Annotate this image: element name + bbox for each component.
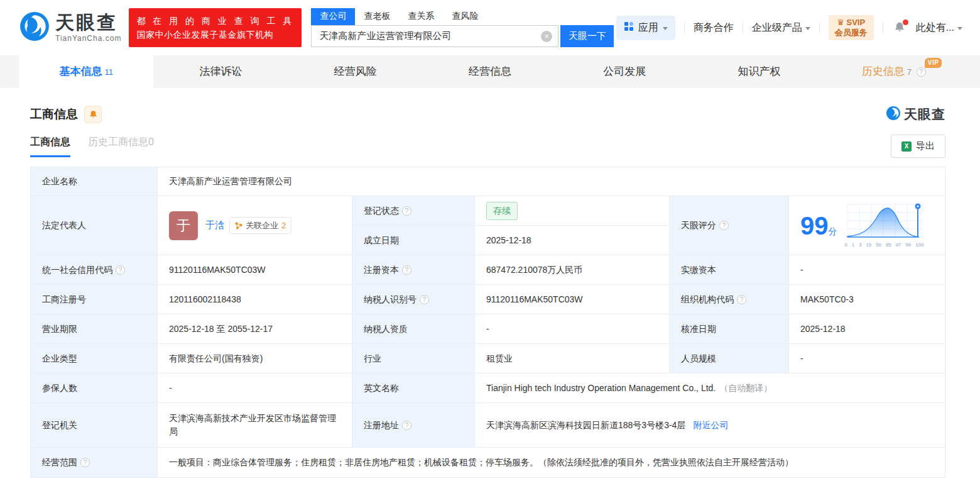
divider: [684, 22, 685, 33]
reg-capital-value: 687472.210078万人民币: [475, 255, 669, 284]
divider: [743, 22, 743, 33]
status-badge: 存续: [486, 202, 518, 220]
notification-dot: [903, 19, 908, 25]
field-label: 实缴资本: [670, 255, 788, 284]
search-block: 查公司 查老板 查关系 查风险 × 天眼一下: [311, 8, 614, 47]
auto-translate-note: （自动翻译）: [719, 382, 772, 395]
subtab-history-business-info[interactable]: 历史工商信息0: [88, 136, 154, 157]
apps-label: 应用: [638, 21, 658, 35]
svip-membership-badge[interactable]: ♛ SVIP 会员服务: [829, 15, 874, 41]
header: 天眼查 TianYanCha.com 都 在 用 的 商 业 查 询 工 具 国…: [0, 0, 980, 55]
tab-legal-litigation[interactable]: 法律诉讼: [153, 55, 288, 88]
score-unit: 分: [829, 226, 837, 236]
help-icon[interactable]: ?: [402, 265, 411, 275]
help-icon[interactable]: ?: [402, 206, 411, 216]
taxpayer-id-value: 91120116MAK50TC03W: [475, 285, 669, 314]
user-menu[interactable]: 此处有...: [916, 21, 962, 35]
reg-number-value: 120116002118438: [158, 285, 352, 314]
tab-company-development[interactable]: 公司发展: [557, 55, 692, 88]
export-button[interactable]: X 导出: [891, 135, 945, 158]
chevron-down-icon: [957, 27, 962, 30]
field-label: 纳税人资质: [352, 314, 474, 343]
field-label: 注册地址?: [352, 403, 474, 447]
watermark-logo: 天眼查: [886, 106, 945, 123]
field-label: 法定代表人: [31, 196, 157, 255]
field-label: 组织机构代码?: [670, 285, 788, 314]
search-tabs: 查公司 查老板 查关系 查风险: [311, 8, 614, 25]
tab-operating-info[interactable]: 经营信息: [423, 55, 557, 88]
field-label: 核准日期: [670, 314, 788, 343]
tianyan-score-cell[interactable]: 99分: [789, 196, 945, 255]
search-tab-boss[interactable]: 查老板: [355, 8, 399, 25]
industry-value: 租赁业: [475, 344, 669, 373]
help-icon[interactable]: ?: [917, 67, 926, 77]
taxpayer-qual-value: -: [475, 314, 669, 343]
insured-count-value: -: [158, 373, 352, 402]
approval-date-value: 2025-12-18: [789, 314, 945, 343]
vip-badge: VIP: [925, 58, 942, 68]
score-axis-labels: 0131550859799100: [845, 241, 924, 249]
help-icon[interactable]: ?: [420, 295, 429, 304]
field-label: 成立日期: [352, 226, 474, 255]
reg-authority-value: 天津滨海高新技术产业开发区市场监督管理局: [158, 403, 352, 447]
help-icon[interactable]: ?: [737, 295, 746, 304]
field-label: 企业类型: [31, 344, 157, 373]
divider: [819, 22, 820, 33]
business-info-table: 企业名称 天津高新产业运营管理有限公司 法定代表人 于 于浛 关联企业 2 登记…: [30, 167, 945, 478]
field-label: 行业: [352, 344, 474, 373]
network-icon: [235, 222, 242, 229]
search-tab-company[interactable]: 查公司: [311, 8, 355, 25]
reg-status-cell: 存续: [475, 196, 669, 225]
business-info-section: 工商信息 天眼查 工商信息 历史工商: [0, 88, 980, 478]
score-distribution-chart: 0131550859799100: [845, 202, 924, 249]
tab-operating-risk[interactable]: 经营风险: [288, 55, 423, 88]
field-label: 英文名称: [352, 373, 474, 402]
tianyancha-swirl-icon: [886, 106, 901, 123]
slogan-line1: 都 在 用 的 商 业 查 询 工 具: [136, 14, 294, 28]
legal-rep-avatar[interactable]: 于: [169, 211, 198, 240]
score-value: 99: [800, 212, 829, 240]
help-icon[interactable]: ?: [80, 458, 90, 467]
help-icon[interactable]: ?: [116, 265, 125, 275]
legal-rep-cell: 于 于浛 关联企业 2: [158, 196, 352, 255]
field-label: 经营范围?: [31, 448, 157, 477]
tab-basic-info[interactable]: 基本信息11: [19, 55, 153, 88]
search-tab-relation[interactable]: 查关系: [399, 8, 443, 25]
legal-rep-link[interactable]: 于浛: [205, 218, 224, 233]
company-type-value: 有限责任公司(国有独资): [158, 344, 352, 373]
search-input[interactable]: [311, 25, 558, 47]
field-label: 营业期限: [31, 314, 157, 343]
field-label: 统一社会信用代码?: [31, 255, 157, 284]
nav-enterprise-products[interactable]: 企业级产品: [752, 21, 810, 35]
header-nav: 应用 商务合作 企业级产品 ♛ SVIP 会员服务: [616, 15, 962, 41]
help-icon[interactable]: ?: [402, 421, 411, 430]
clear-search-icon[interactable]: ×: [541, 31, 552, 42]
field-label: 天眼评分?: [670, 196, 788, 255]
related-companies-badge[interactable]: 关联企业 2: [229, 217, 291, 235]
field-label: 企业名称: [31, 167, 157, 196]
notification-bell-icon[interactable]: [893, 21, 906, 34]
site-logo[interactable]: 天眼查 TianYanCha.com: [19, 11, 121, 45]
biz-term-value: 2025-12-18 至 2055-12-17: [158, 314, 352, 343]
nav-business-cooperation[interactable]: 商务合作: [694, 21, 734, 35]
credit-code-value: 91120116MAK50TC03W: [158, 255, 352, 284]
logo-name: 天眼查: [55, 13, 121, 32]
search-tab-risk[interactable]: 查风险: [443, 8, 487, 25]
field-label: 登记机关: [31, 403, 157, 447]
search-button[interactable]: 天眼一下: [560, 25, 614, 47]
subscribe-bell-icon[interactable]: [84, 106, 102, 123]
help-icon[interactable]: ?: [719, 221, 729, 230]
subtab-business-info[interactable]: 工商信息: [30, 136, 70, 157]
paid-capital-value: -: [789, 255, 945, 284]
crown-icon: ♛: [837, 18, 844, 27]
nearby-companies-link[interactable]: 附近公司: [693, 419, 728, 432]
tab-history-info[interactable]: 历史信息7 ? VIP: [827, 55, 961, 88]
org-code-value: MAK50TC0-3: [789, 285, 945, 314]
apps-menu[interactable]: 应用: [616, 16, 675, 40]
field-label: 注册资本?: [352, 255, 474, 284]
tab-intellectual-property[interactable]: 知识产权: [692, 55, 826, 88]
field-label: 登记状态?: [352, 196, 474, 225]
section-title: 工商信息: [30, 106, 78, 123]
reg-address-value: 天津滨海高新区滨海科技园日新道188号3号楼3-4层: [486, 419, 685, 432]
english-name-value: Tianjin High tech Industry Operation Man…: [486, 382, 716, 395]
